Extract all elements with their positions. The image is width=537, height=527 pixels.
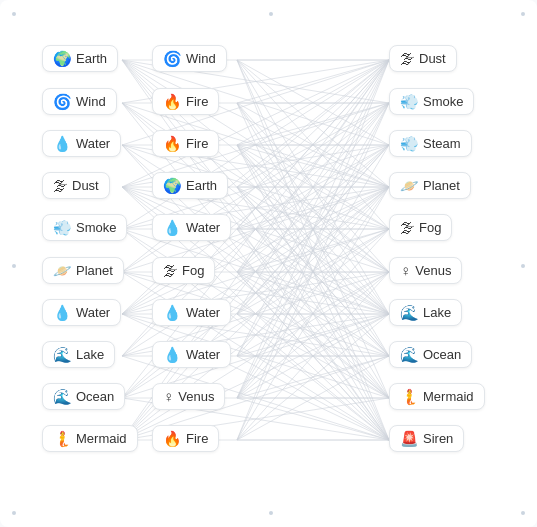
node-label-r_1: Dust (419, 51, 446, 66)
node-icon-l2_6: 🌫 (163, 263, 178, 278)
node-icon-r_4: 🪐 (400, 178, 419, 193)
node-icon-l2_2: 🔥 (163, 94, 182, 109)
node-l1_3[interactable]: 💧Water (42, 130, 121, 157)
node-label-l2_10: Fire (186, 431, 208, 446)
node-label-r_8: Ocean (423, 347, 461, 362)
node-l2_4[interactable]: 🌍Earth (152, 172, 228, 199)
node-icon-l2_1: 🌀 (163, 51, 182, 66)
node-label-l2_2: Fire (186, 94, 208, 109)
node-label-l2_5: Water (186, 220, 220, 235)
node-label-l1_7: Water (76, 305, 110, 320)
node-label-l1_2: Wind (76, 94, 106, 109)
node-icon-l1_5: 💨 (53, 220, 72, 235)
node-icon-r_7: 🌊 (400, 305, 419, 320)
node-icon-l1_3: 💧 (53, 136, 72, 151)
node-label-r_10: Siren (423, 431, 453, 446)
node-l1_2[interactable]: 🌀Wind (42, 88, 117, 115)
node-label-l1_3: Water (76, 136, 110, 151)
node-l2_9[interactable]: ♀Venus (152, 383, 225, 410)
node-l2_1[interactable]: 🌀Wind (152, 45, 227, 72)
node-label-r_2: Smoke (423, 94, 463, 109)
node-icon-l1_9: 🌊 (53, 389, 72, 404)
node-label-l2_8: Water (186, 347, 220, 362)
node-r_4[interactable]: 🪐Planet (389, 172, 471, 199)
node-r_8[interactable]: 🌊Ocean (389, 341, 472, 368)
node-l2_8[interactable]: 💧Water (152, 341, 231, 368)
node-icon-r_6: ♀ (400, 263, 411, 278)
node-icon-r_10: 🚨 (400, 431, 419, 446)
node-icon-l1_2: 🌀 (53, 94, 72, 109)
node-icon-r_9: 🧜 (400, 389, 419, 404)
node-label-l1_6: Planet (76, 263, 113, 278)
node-icon-l1_6: 🪐 (53, 263, 72, 278)
node-icon-l1_10: 🧜 (53, 431, 72, 446)
node-l1_1[interactable]: 🌍Earth (42, 45, 118, 72)
node-label-l2_7: Water (186, 305, 220, 320)
node-icon-l2_7: 💧 (163, 305, 182, 320)
node-l2_10[interactable]: 🔥Fire (152, 425, 219, 452)
node-l1_7[interactable]: 💧Water (42, 299, 121, 326)
node-label-r_6: Venus (415, 263, 451, 278)
node-l1_8[interactable]: 🌊Lake (42, 341, 115, 368)
node-l2_7[interactable]: 💧Water (152, 299, 231, 326)
node-icon-l2_4: 🌍 (163, 178, 182, 193)
node-l1_9[interactable]: 🌊Ocean (42, 383, 125, 410)
node-l2_5[interactable]: 💧Water (152, 214, 231, 241)
node-label-l2_3: Fire (186, 136, 208, 151)
node-icon-r_8: 🌊 (400, 347, 419, 362)
node-r_1[interactable]: 🌫Dust (389, 45, 457, 72)
node-label-l1_4: Dust (72, 178, 99, 193)
node-icon-r_1: 🌫 (400, 51, 415, 66)
node-icon-l2_8: 💧 (163, 347, 182, 362)
node-icon-r_3: 💨 (400, 136, 419, 151)
node-r_2[interactable]: 💨Smoke (389, 88, 474, 115)
main-container: 🌍Earth🌀Wind💧Water🌫Dust💨Smoke🪐Planet💧Wate… (0, 0, 537, 527)
node-l2_2[interactable]: 🔥Fire (152, 88, 219, 115)
node-icon-l2_9: ♀ (163, 389, 174, 404)
node-r_6[interactable]: ♀Venus (389, 257, 462, 284)
node-label-r_4: Planet (423, 178, 460, 193)
node-l1_6[interactable]: 🪐Planet (42, 257, 124, 284)
node-icon-l2_5: 💧 (163, 220, 182, 235)
node-label-l2_4: Earth (186, 178, 217, 193)
node-r_9[interactable]: 🧜Mermaid (389, 383, 485, 410)
node-icon-l2_3: 🔥 (163, 136, 182, 151)
node-icon-l2_10: 🔥 (163, 431, 182, 446)
node-label-l1_1: Earth (76, 51, 107, 66)
node-icon-r_5: 🌫 (400, 220, 415, 235)
node-l1_10[interactable]: 🧜Mermaid (42, 425, 138, 452)
node-label-l1_8: Lake (76, 347, 104, 362)
node-label-l2_1: Wind (186, 51, 216, 66)
node-label-r_7: Lake (423, 305, 451, 320)
node-label-r_5: Fog (419, 220, 441, 235)
node-l2_3[interactable]: 🔥Fire (152, 130, 219, 157)
node-label-l1_9: Ocean (76, 389, 114, 404)
node-label-l1_10: Mermaid (76, 431, 127, 446)
node-l1_4[interactable]: 🌫Dust (42, 172, 110, 199)
node-l2_6[interactable]: 🌫Fog (152, 257, 215, 284)
node-l1_5[interactable]: 💨Smoke (42, 214, 127, 241)
node-icon-r_2: 💨 (400, 94, 419, 109)
node-icon-l1_1: 🌍 (53, 51, 72, 66)
node-label-r_9: Mermaid (423, 389, 474, 404)
node-label-l1_5: Smoke (76, 220, 116, 235)
node-label-l2_9: Venus (178, 389, 214, 404)
node-r_7[interactable]: 🌊Lake (389, 299, 462, 326)
node-r_10[interactable]: 🚨Siren (389, 425, 464, 452)
node-icon-l1_8: 🌊 (53, 347, 72, 362)
node-icon-l1_4: 🌫 (53, 178, 68, 193)
node-label-l2_6: Fog (182, 263, 204, 278)
node-label-r_3: Steam (423, 136, 461, 151)
node-r_3[interactable]: 💨Steam (389, 130, 472, 157)
node-icon-l1_7: 💧 (53, 305, 72, 320)
node-r_5[interactable]: 🌫Fog (389, 214, 452, 241)
